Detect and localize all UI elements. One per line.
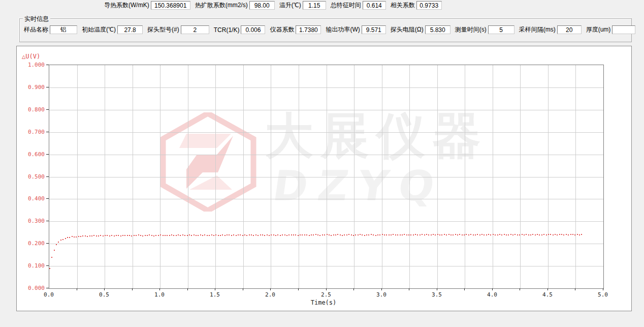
data-point [255,234,256,235]
data-point [444,234,445,235]
data-point [535,234,536,235]
temperature-rise-input[interactable] [303,1,326,10]
y-axis-title: △U(V) [22,53,40,60]
data-point [98,235,99,236]
tcr-input[interactable] [241,25,265,34]
data-point [514,234,516,235]
data-point [468,234,469,235]
data-point [151,235,152,236]
data-point [311,234,312,235]
data-point [548,234,549,235]
measurement-time-field: 测量时间(s) [455,25,514,34]
data-point [448,234,449,235]
data-point [82,235,83,236]
app-window: { "top_bar": { "fields": [ {"name":"ther… [0,0,644,327]
correlation-coefficient-input[interactable] [416,1,442,10]
x-axis-tick [104,288,105,290]
horizontal-gridline [49,110,603,110]
initial-temperature-label: 初始温度(℃) [82,25,116,34]
data-point [160,234,161,235]
data-point [72,236,73,237]
y-tick-label: 0.300 [22,218,45,224]
data-point [337,234,338,235]
data-point [373,234,374,235]
horizontal-gridline [49,244,603,244]
data-point [220,235,221,236]
thickness-input[interactable] [612,25,635,34]
probe-resistance-input[interactable] [425,25,450,34]
data-point [484,234,485,235]
data-point [171,234,172,235]
total-characteristic-time-input[interactable] [363,1,386,10]
y-tick-label: 0.100 [22,262,45,269]
x-tick-label: 4.0 [482,291,502,298]
instrument-coefficient-input[interactable] [296,25,321,34]
data-point [140,235,141,236]
output-power-input[interactable] [362,25,386,34]
data-point [475,234,476,235]
data-point [178,234,179,235]
initial-temperature-field: 初始温度(℃) [82,25,143,34]
data-point [291,234,292,235]
data-point [107,235,108,236]
y-tick-label: 1.000 [22,62,45,68]
thermal-conductivity-field: 导热系数(W/mK) [104,1,190,10]
data-point [342,235,343,236]
data-point [379,234,380,235]
y-axis-tick [46,198,49,199]
data-point [280,235,281,236]
data-point [389,234,390,235]
sample-name-label: 样品名称 [24,25,48,34]
horizontal-gridline [49,177,603,177]
data-point [319,235,320,236]
horizontal-gridline [49,221,603,222]
data-point [355,234,356,235]
data-point [495,234,496,235]
sampling-interval-input[interactable] [557,25,582,34]
data-point [142,235,143,236]
results-bar: 导热系数(W/mK)热扩散系数(mm2/s)温升(℃)总特征时间相关系数 [104,1,446,10]
x-axis-tick [132,288,133,290]
x-axis-tick [464,288,465,290]
data-point [524,234,525,235]
thermal-diffusivity-input[interactable] [249,1,275,10]
data-point [539,234,540,235]
data-point [58,242,59,243]
data-point [404,234,405,235]
data-point [74,236,75,237]
data-point [402,234,403,235]
data-point [65,238,66,239]
thermal-diffusivity-label: 热扩散系数(mm2/s) [195,1,248,10]
data-point [282,234,283,235]
data-point [550,234,551,235]
data-point [309,235,310,236]
data-point [574,234,575,235]
data-point [242,235,243,236]
data-point [134,235,135,236]
data-point [541,234,542,235]
y-tick-label: 0.500 [22,173,45,180]
initial-temperature-input[interactable] [117,25,143,34]
data-point [176,235,177,236]
data-point [262,234,263,235]
measurement-time-input[interactable] [488,25,514,34]
data-point [358,234,359,235]
x-axis-tick [603,288,603,290]
probe-resistance-label: 探头电阻(Ω) [391,25,424,34]
data-point [327,234,328,235]
y-axis-tick [46,176,49,177]
horizontal-gridline [49,132,603,133]
thermal-conductivity-input[interactable] [151,1,190,10]
data-point [153,235,154,236]
data-point [386,234,387,235]
sample-name-input[interactable] [50,25,77,34]
data-point [499,234,500,235]
probe-model-input[interactable] [181,25,209,34]
y-tick-label: 0.000 [22,285,45,291]
data-point [420,234,421,235]
data-point [109,235,110,236]
data-point [213,235,214,236]
data-point [244,234,245,235]
data-point [227,234,228,235]
data-point [493,234,494,235]
